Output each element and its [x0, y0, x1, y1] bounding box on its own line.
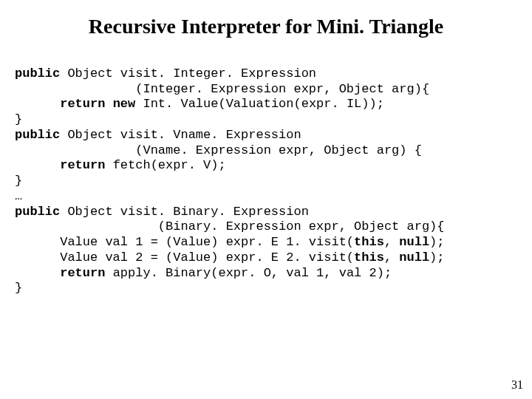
code-text: apply. Binary(expr. O, val 1, val 2);: [105, 266, 392, 280]
code-text: …: [15, 189, 22, 203]
code-text: Object visit. Vname. Expression: [60, 128, 301, 142]
keyword-this: this: [354, 235, 384, 249]
code-text: fetch(expr. V);: [105, 158, 225, 172]
code-text: Value val 1 = (Value) expr. E 1. visit(: [15, 235, 354, 249]
keyword-new: new: [113, 97, 136, 111]
code-text: );: [429, 250, 444, 265]
code-text: Object visit. Binary. Expression: [60, 205, 309, 219]
keyword-null: null: [399, 235, 429, 249]
code-text: ,: [384, 250, 399, 265]
code-text: }: [15, 281, 22, 295]
keyword-this: this: [354, 250, 384, 265]
keyword-null: null: [399, 250, 429, 265]
code-text: }: [15, 174, 22, 188]
keyword-return: return: [60, 97, 105, 111]
code-text: Object visit. Integer. Expression: [60, 66, 316, 81]
code-text: (Binary. Expression expr, Object arg){: [15, 219, 445, 233]
code-text: (Vname. Expression expr, Object arg) {: [15, 143, 422, 157]
keyword-public: public: [15, 66, 60, 81]
slide-title: Recursive Interpreter for Mini. Triangle: [0, 0, 532, 38]
code-text: Int. Value(Valuation(expr. IL));: [135, 97, 384, 111]
keyword-return: return: [60, 158, 105, 172]
code-text: }: [15, 112, 22, 126]
code-block: public Object visit. Integer. Expression…: [0, 38, 532, 296]
code-text: ,: [384, 235, 399, 249]
code-text: );: [429, 235, 444, 249]
slide: Recursive Interpreter for Mini. Triangle…: [0, 0, 532, 399]
keyword-public: public: [15, 205, 60, 219]
code-text: Value val 2 = (Value) expr. E 2. visit(: [15, 250, 354, 265]
keyword-public: public: [15, 128, 60, 142]
page-number: 31: [511, 378, 523, 392]
keyword-return: return: [60, 266, 105, 280]
code-text: (Integer. Expression expr, Object arg){: [15, 82, 429, 96]
